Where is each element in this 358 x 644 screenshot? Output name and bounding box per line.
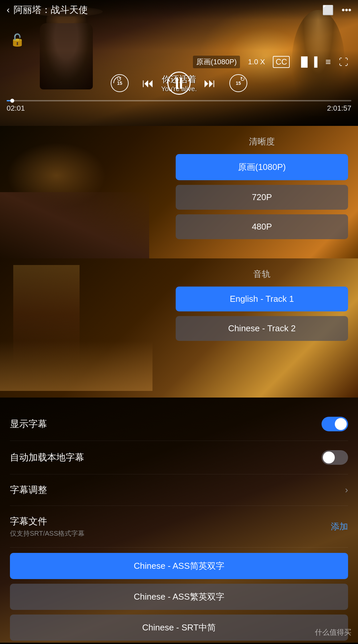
progress-bar[interactable] [7, 100, 351, 101]
video-title: 阿丽塔：战斗天使 [14, 4, 322, 16]
audio-eq-icon[interactable]: ▐▌▐ [298, 57, 318, 67]
svg-text:↻: ↻ [240, 76, 245, 82]
subtitle-adjust-row[interactable]: 字幕调整 › [10, 474, 348, 506]
subtitle-ass-traditional-button[interactable]: Chinese - ASS繁英双字 [10, 584, 348, 610]
subtitle-options: Chinese - ASS简英双字 Chinese - ASS繁英双字 Chin… [10, 553, 348, 641]
prev-chapter-button[interactable]: ⏮ [142, 76, 154, 90]
quality-panel-title: 清晰度 [176, 136, 348, 147]
show-subtitle-toggle[interactable] [322, 417, 348, 431]
subtitle-file-sub: 仅支持SRT/ASS格式字幕 [10, 529, 85, 538]
subtitle-file-row: 字幕文件 仅支持SRT/ASS格式字幕 添加 [10, 506, 348, 548]
quality-480p-button[interactable]: 480P [176, 214, 348, 239]
video-player[interactable]: ‹ 阿丽塔：战斗天使 ⬜ ••• 🔓 你还活着 You're alive. 原画… [0, 0, 358, 126]
time-total: 2:01:57 [327, 104, 351, 113]
toggle-thumb [335, 418, 347, 430]
subtitle-srt-button[interactable]: Chinese - SRT中简 [10, 615, 348, 641]
watermark: 什么值得买 [315, 627, 351, 637]
auto-load-label: 自动加载本地字幕 [10, 451, 84, 464]
audio-english-button[interactable]: English - Track 1 [176, 287, 348, 311]
back-button[interactable]: ‹ [7, 5, 10, 15]
show-subtitle-row: 显示字幕 [10, 407, 348, 441]
chevron-right-icon: › [345, 485, 348, 495]
video-header: ‹ 阿丽塔：战斗天使 ⬜ ••• [0, 0, 358, 20]
subtitle-adjust-label: 字幕调整 [10, 484, 47, 496]
show-subtitle-label: 显示字幕 [10, 418, 47, 430]
progress-thumb [10, 99, 14, 103]
cast-icon[interactable]: ⬜ [322, 5, 334, 16]
audio-chinese-button[interactable]: Chinese - Track 2 [176, 316, 348, 341]
audio-panel-title: 音轨 [176, 268, 348, 280]
quality-options-panel: 清晰度 原画(1080P) 720P 480P [166, 126, 358, 254]
next-chapter-button[interactable]: ⏭ [204, 76, 216, 90]
toggle-thumb-2 [323, 452, 335, 463]
speed-label[interactable]: 1.0 X [248, 58, 265, 66]
subtitle-panel-content: 显示字幕 自动加载本地字幕 字幕调整 › 字幕文件 仅支持SRT/ASS格式字幕… [0, 398, 358, 644]
subtitle-file-label: 字幕文件 [10, 515, 85, 528]
skip-back-button[interactable]: 15↺ [110, 74, 129, 92]
cc-icon[interactable]: CC [273, 56, 290, 68]
audio-panel: 音轨 English - Track 1 Chinese - Track 2 [0, 258, 358, 398]
pause-button[interactable]: ⏸ [167, 72, 191, 95]
auto-load-row: 自动加载本地字幕 [10, 441, 348, 474]
skip-forward-button[interactable]: 15↻ [229, 74, 248, 92]
auto-load-toggle[interactable] [322, 450, 348, 465]
fullscreen-icon[interactable]: ⛶ [339, 57, 348, 68]
subtitle-ass-simple-button[interactable]: Chinese - ASS简英双字 [10, 553, 348, 579]
quality-720p-button[interactable]: 720P [176, 185, 348, 210]
quality-panel: 清晰度 原画(1080P) 720P 480P [0, 126, 358, 258]
quality-1080p-button[interactable]: 原画(1080P) [176, 154, 348, 180]
audio-options-panel: 音轨 English - Track 1 Chinese - Track 2 [166, 258, 358, 355]
playlist-icon[interactable]: ≡ [326, 57, 331, 67]
video-controls: 原画(1080P) 1.0 X CC ▐▌▐ ≡ ⛶ 15↺ ⏮ ⏸ ⏭ 15↻ [0, 56, 358, 113]
quality-label[interactable]: 原画(1080P) [193, 56, 240, 68]
svg-text:↺: ↺ [117, 76, 122, 82]
time-current: 02:01 [7, 104, 25, 113]
more-options-icon[interactable]: ••• [342, 5, 351, 16]
progress-section[interactable]: 02:01 2:01:57 [0, 100, 358, 113]
lock-button[interactable]: 🔓 [10, 33, 25, 47]
add-subtitle-button[interactable]: 添加 [331, 521, 348, 532]
subtitle-settings-panel: 显示字幕 自动加载本地字幕 字幕调整 › 字幕文件 仅支持SRT/ASS格式字幕… [0, 398, 358, 643]
